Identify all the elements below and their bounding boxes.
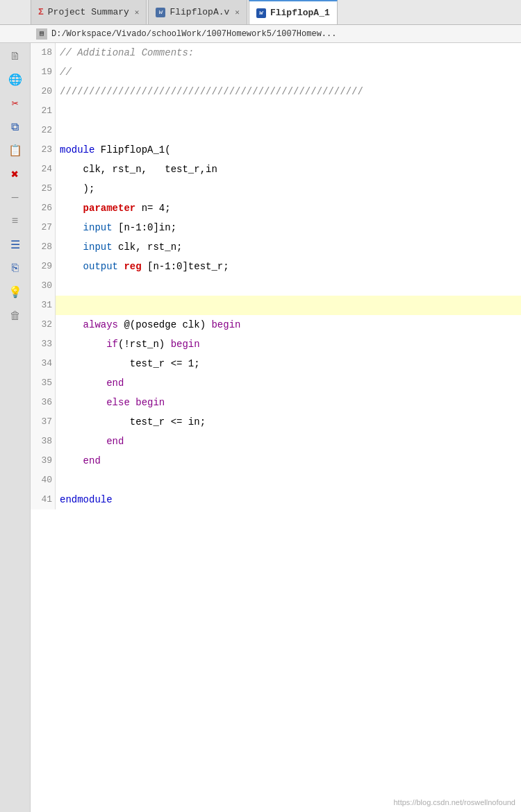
line-num-28: 28 bbox=[31, 237, 56, 257]
line-num-23: 23 bbox=[31, 140, 56, 160]
globe-icon: 🌐 bbox=[8, 73, 22, 87]
line-content-21 bbox=[56, 101, 521, 121]
code-line-19: 19 // bbox=[31, 62, 521, 82]
tab-close-project-summary[interactable]: ✕ bbox=[135, 8, 140, 17]
code-line-33: 33 if(!rst_n) begin bbox=[31, 335, 521, 354]
line-content-36: else begin bbox=[56, 393, 521, 412]
line-content-27: input [n-1:0]in; bbox=[56, 218, 521, 237]
line-num-29: 29 bbox=[31, 257, 56, 276]
code-lines: 18 // Additional Comments: 19 // 20 ////… bbox=[31, 43, 521, 509]
code-line-27: 27 input [n-1:0]in; bbox=[31, 218, 521, 237]
we-icon-2: w bbox=[256, 8, 266, 18]
lines-icon: ≡ bbox=[12, 215, 19, 228]
sidebar-copy2[interactable]: ⎘ bbox=[3, 258, 27, 279]
sidebar-delete[interactable]: ✖ bbox=[3, 164, 27, 185]
code-line-36: 36 else begin bbox=[31, 393, 521, 412]
line-num-39: 39 bbox=[31, 451, 56, 471]
code-line-20: 20 /////////////////////////////////////… bbox=[31, 82, 521, 101]
line-num-21: 21 bbox=[31, 101, 56, 121]
path-text: D:/Workspace/Vivado/schoolWork/1007Homew… bbox=[51, 29, 336, 39]
code-line-29: 29 output reg [n-1:0]test_r; bbox=[31, 257, 521, 276]
code-line-21: 21 bbox=[31, 101, 521, 121]
tab-flipflop-a[interactable]: w FlipflopA.v ✕ bbox=[148, 0, 247, 24]
tab-label-project-summary: Project Summary bbox=[48, 7, 129, 17]
code-line-37: 37 test_r <= in; bbox=[31, 412, 521, 432]
line-content-22 bbox=[56, 121, 521, 140]
line-num-27: 27 bbox=[31, 218, 56, 237]
line-content-32: always @(posedge clk) begin bbox=[56, 315, 521, 335]
tab-label-flipflop-a: FlipflopA.v bbox=[169, 7, 229, 17]
delete-icon: ✖ bbox=[11, 167, 19, 182]
line-content-40 bbox=[56, 471, 521, 490]
code-line-39: 39 end bbox=[31, 451, 521, 471]
code-line-23: 23 module FlipflopA_1( bbox=[31, 140, 521, 160]
sidebar-list[interactable]: ☰ bbox=[3, 235, 27, 255]
tab-project-summary[interactable]: Σ Project Summary ✕ bbox=[31, 0, 147, 24]
sidebar: 🗎 🌐 ✂ ⧉ 📋 ✖ — ≡ ☰ ⎘ 💡 bbox=[0, 43, 31, 812]
line-num-41: 41 bbox=[31, 490, 56, 509]
code-line-22: 22 bbox=[31, 121, 521, 140]
sidebar-copy[interactable]: ⧉ bbox=[3, 117, 27, 137]
path-icon: ▤ bbox=[36, 28, 47, 40]
tab-bar: Σ Project Summary ✕ w FlipflopA.v ✕ w Fl… bbox=[0, 0, 521, 25]
line-content-37: test_r <= in; bbox=[56, 412, 521, 432]
line-num-20: 20 bbox=[31, 82, 56, 101]
document-icon: 🗎 bbox=[10, 50, 21, 63]
line-content-31 bbox=[56, 296, 521, 315]
line-num-31: 31 bbox=[31, 296, 56, 315]
line-num-34: 34 bbox=[31, 354, 56, 373]
line-content-29: output reg [n-1:0]test_r; bbox=[56, 257, 521, 276]
main-container: 🗎 🌐 ✂ ⧉ 📋 ✖ — ≡ ☰ ⎘ 💡 bbox=[0, 43, 521, 812]
code-line-32: 32 always @(posedge clk) begin bbox=[31, 315, 521, 335]
bulb-icon: 💡 bbox=[8, 285, 22, 299]
line-content-28: input clk, rst_n; bbox=[56, 237, 521, 257]
line-content-20: ////////////////////////////////////////… bbox=[56, 82, 521, 101]
sidebar-scissors[interactable]: ✂ bbox=[3, 93, 27, 114]
code-line-40: 40 bbox=[31, 471, 521, 490]
line-content-38: end bbox=[56, 432, 521, 451]
line-content-41: endmodule bbox=[56, 490, 521, 509]
line-content-30 bbox=[56, 276, 521, 296]
list-icon: ☰ bbox=[10, 238, 20, 252]
line-content-19: // bbox=[56, 62, 521, 82]
line-num-30: 30 bbox=[31, 276, 56, 296]
sidebar-globe[interactable]: 🌐 bbox=[3, 69, 27, 90]
tab-label-flipflop-a1: FlipflopA_1 bbox=[270, 8, 330, 18]
line-num-36: 36 bbox=[31, 393, 56, 412]
divider-icon: — bbox=[12, 192, 19, 204]
line-num-33: 33 bbox=[31, 335, 56, 354]
line-content-23: module FlipflopA_1( bbox=[56, 140, 521, 160]
scissors-icon: ✂ bbox=[12, 96, 19, 110]
sidebar-document[interactable]: 🗎 bbox=[3, 46, 27, 67]
tab-close-flipflop-a[interactable]: ✕ bbox=[235, 8, 240, 17]
code-line-30: 30 bbox=[31, 276, 521, 296]
trash-icon: 🗑 bbox=[10, 310, 21, 323]
path-bar: ▤ D:/Workspace/Vivado/schoolWork/1007Hom… bbox=[0, 25, 521, 43]
sidebar-bulb[interactable]: 💡 bbox=[3, 282, 27, 303]
sidebar-divider: — bbox=[3, 187, 27, 208]
line-num-22: 22 bbox=[31, 121, 56, 140]
line-content-35: end bbox=[56, 373, 521, 393]
code-editor[interactable]: 18 // Additional Comments: 19 // 20 ////… bbox=[31, 43, 521, 812]
line-num-19: 19 bbox=[31, 62, 56, 82]
line-num-24: 24 bbox=[31, 160, 56, 179]
sidebar-trash[interactable]: 🗑 bbox=[3, 305, 27, 326]
line-content-25: ); bbox=[56, 179, 521, 198]
paste-icon: 📋 bbox=[8, 144, 22, 158]
code-line-41: 41 endmodule bbox=[31, 490, 521, 509]
sidebar-lines[interactable]: ≡ bbox=[3, 211, 27, 232]
line-num-38: 38 bbox=[31, 432, 56, 451]
code-line-18: 18 // Additional Comments: bbox=[31, 43, 521, 62]
watermark: https://blog.csdn.net/roswellnofound bbox=[393, 798, 515, 806]
code-line-34: 34 test_r <= 1; bbox=[31, 354, 521, 373]
line-num-18: 18 bbox=[31, 43, 56, 62]
line-content-33: if(!rst_n) begin bbox=[56, 335, 521, 354]
code-line-24: 24 clk, rst_n, test_r,in bbox=[31, 160, 521, 179]
code-line-26: 26 parameter n= 4; bbox=[31, 198, 521, 218]
copy2-icon: ⎘ bbox=[12, 262, 19, 275]
sidebar-paste[interactable]: 📋 bbox=[3, 140, 27, 161]
tab-flipflop-a1[interactable]: w FlipflopA_1 bbox=[249, 0, 338, 24]
code-line-38: 38 end bbox=[31, 432, 521, 451]
line-content-24: clk, rst_n, test_r,in bbox=[56, 160, 521, 179]
line-content-39: end bbox=[56, 451, 521, 471]
